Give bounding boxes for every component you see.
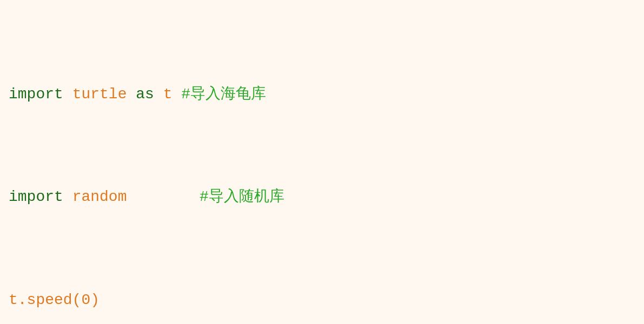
code-speed: t.speed(0) [9,287,99,313]
code-editor: import turtle as t #导入海龟库 import random … [9,4,635,324]
code-t: t [154,82,181,107]
keyword-as: as [136,82,154,107]
comment-1: #导入海龟库 [181,82,266,107]
code-random: random [63,184,200,210]
code-line-3: t.speed(0) [9,287,635,313]
keyword-import-2: import [9,184,63,210]
code-line-2: import random #导入随机库 [9,184,635,210]
code-turtle: turtle [63,82,136,107]
comment-2: #导入随机库 [200,184,284,210]
code-line-1: import turtle as t #导入海龟库 [9,82,635,107]
keyword-import-1: import [9,82,63,107]
